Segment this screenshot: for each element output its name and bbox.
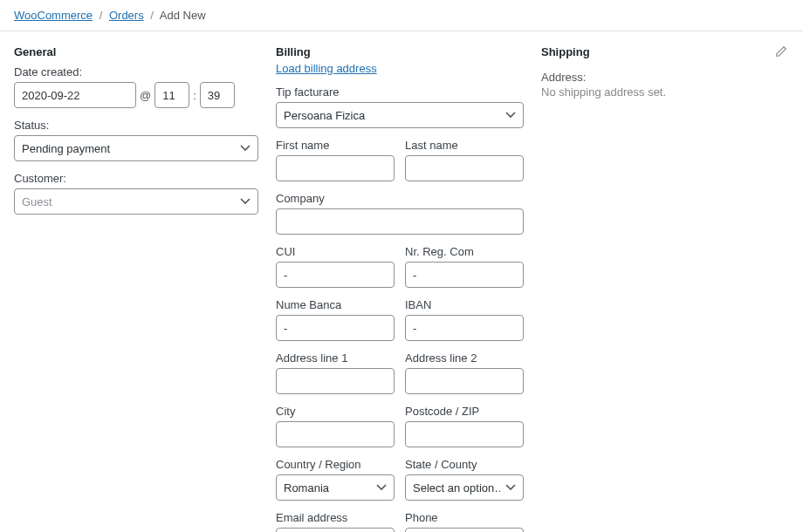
nume-banca-label: Nume Banca (276, 298, 395, 311)
status-label: Status: (14, 119, 258, 132)
billing-heading: Billing (276, 45, 524, 58)
shipping-heading: Shipping (541, 45, 789, 58)
country-label: Country / Region (276, 458, 395, 471)
city-input[interactable] (276, 421, 395, 447)
phone-input[interactable] (405, 528, 524, 532)
customer-select[interactable]: Guest (14, 188, 258, 215)
date-created-input[interactable] (14, 82, 136, 108)
cui-label: CUI (276, 245, 395, 258)
tip-facturare-label: Tip facturare (276, 85, 524, 99)
last-name-label: Last name (405, 139, 524, 152)
colon-symbol: : (193, 89, 196, 102)
phone-label: Phone (405, 511, 524, 524)
breadcrumb-orders[interactable]: Orders (109, 9, 144, 22)
cui-input[interactable] (276, 262, 395, 288)
company-input[interactable] (276, 208, 524, 235)
nume-banca-input[interactable] (276, 315, 395, 341)
address-line-1-label: Address line 1 (276, 351, 395, 365)
postcode-input[interactable] (405, 421, 524, 447)
nr-reg-com-input[interactable] (405, 262, 524, 288)
address-line-2-input[interactable] (405, 368, 524, 394)
breadcrumb-sep: / (100, 9, 103, 22)
country-select[interactable]: Romania (276, 474, 395, 501)
hour-input[interactable] (154, 82, 189, 108)
breadcrumb-woocommerce[interactable]: WooCommerce (14, 9, 93, 22)
postcode-label: Postcode / ZIP (405, 405, 524, 418)
at-symbol: @ (140, 89, 151, 102)
minute-input[interactable] (200, 82, 235, 108)
company-label: Company (276, 192, 524, 205)
breadcrumb: WooCommerce / Orders / Add New (0, 0, 803, 31)
shipping-section: Shipping Address: No shipping address se… (541, 45, 789, 532)
city-label: City (276, 405, 395, 418)
general-section: General Date created: @ : Status: Pendin… (14, 45, 258, 532)
general-heading: General (14, 45, 258, 58)
customer-label: Customer: (14, 172, 258, 185)
billing-section: Billing Load billing address Tip factura… (276, 45, 524, 532)
state-select[interactable]: Select an option… (405, 474, 524, 501)
breadcrumb-sep: / (150, 9, 154, 22)
address-line-2-label: Address line 2 (405, 351, 524, 365)
nr-reg-com-label: Nr. Reg. Com (405, 245, 524, 258)
address-line-1-input[interactable] (276, 368, 395, 394)
state-label: State / County (405, 458, 524, 471)
iban-input[interactable] (405, 315, 524, 341)
last-name-input[interactable] (405, 155, 524, 181)
email-input[interactable] (276, 528, 395, 532)
breadcrumb-current: Add New (160, 9, 206, 22)
status-select[interactable]: Pending payment (14, 135, 258, 161)
shipping-address-label: Address: (541, 71, 789, 84)
first-name-label: First name (276, 139, 395, 152)
email-label: Email address (276, 511, 395, 524)
date-created-label: Date created: (14, 65, 258, 78)
first-name-input[interactable] (276, 155, 395, 181)
iban-label: IBAN (405, 298, 524, 311)
shipping-no-address: No shipping address set. (541, 85, 789, 99)
tip-facturare-select[interactable]: Persoana Fizica (276, 102, 524, 128)
load-billing-address-link[interactable]: Load billing address (276, 62, 377, 75)
pencil-icon[interactable] (775, 45, 789, 59)
